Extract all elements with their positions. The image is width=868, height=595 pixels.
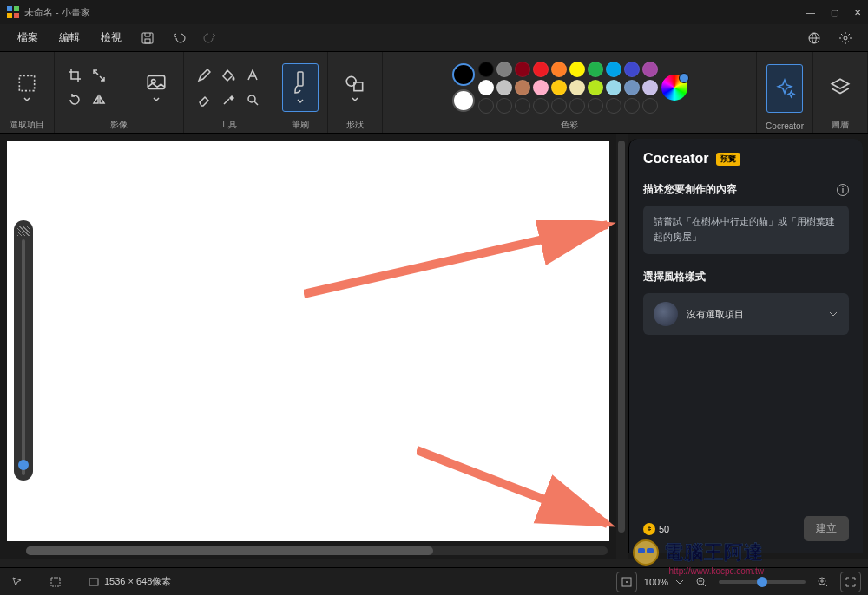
color-swatch-empty[interactable] bbox=[533, 98, 549, 114]
describe-label: 描述您要創作的內容 i bbox=[643, 182, 849, 197]
color-swatch[interactable] bbox=[515, 80, 530, 95]
panel-title: Cocreator預覽 bbox=[643, 151, 849, 167]
chevron-down-icon[interactable] bbox=[675, 578, 684, 586]
color-swatch[interactable] bbox=[606, 62, 621, 77]
pencil-tool[interactable] bbox=[193, 64, 215, 87]
brush-tool[interactable] bbox=[282, 63, 319, 112]
brush-size-slider[interactable] bbox=[14, 220, 33, 481]
vertical-scrollbar[interactable] bbox=[616, 134, 628, 559]
color-swatch-empty[interactable] bbox=[478, 98, 494, 114]
color-swatch-empty[interactable] bbox=[569, 98, 585, 114]
color-swatch[interactable] bbox=[624, 62, 640, 77]
ribbon-group-selection: 選取項目 bbox=[0, 52, 55, 133]
group-label: 形狀 bbox=[346, 119, 364, 131]
color-swatch[interactable] bbox=[478, 62, 494, 77]
color-swatch[interactable] bbox=[496, 62, 512, 77]
style-label: 選擇風格樣式 bbox=[643, 270, 849, 284]
undo-button[interactable] bbox=[165, 26, 193, 50]
menu-file[interactable]: 檔案 bbox=[9, 27, 47, 49]
menu-view[interactable]: 檢視 bbox=[92, 27, 130, 49]
chevron-down-icon bbox=[828, 309, 838, 319]
style-select[interactable]: 沒有選取項目 bbox=[643, 293, 849, 335]
image-tool[interactable] bbox=[138, 63, 174, 112]
svg-rect-12 bbox=[298, 72, 303, 86]
canvas[interactable] bbox=[7, 141, 609, 541]
flip-button[interactable] bbox=[88, 88, 110, 111]
maximize-button[interactable]: ▢ bbox=[831, 8, 838, 17]
watermark: 電腦王阿達 http://www.kocpc.com.tw bbox=[633, 539, 764, 566]
color-swatch-empty[interactable] bbox=[642, 98, 658, 114]
close-button[interactable]: ✕ bbox=[854, 8, 861, 17]
fullscreen-button[interactable] bbox=[840, 572, 861, 592]
color-swatch[interactable] bbox=[551, 62, 567, 77]
group-label: Cocreator bbox=[766, 121, 804, 131]
color-swatch-empty[interactable] bbox=[606, 98, 621, 114]
eraser-tool[interactable] bbox=[193, 88, 215, 111]
svg-rect-8 bbox=[19, 75, 34, 90]
ribbon-group-tools: 工具 bbox=[184, 52, 273, 133]
chevron-down-icon bbox=[153, 96, 160, 103]
primary-color[interactable] bbox=[452, 63, 475, 86]
color-swatch[interactable] bbox=[588, 80, 603, 95]
save-button[interactable] bbox=[134, 26, 161, 50]
color-picker-button[interactable] bbox=[661, 75, 687, 101]
zoom-in-button[interactable] bbox=[812, 572, 833, 592]
color-swatch[interactable] bbox=[551, 80, 567, 95]
color-swatch[interactable] bbox=[606, 80, 621, 95]
watermark-face-icon bbox=[633, 539, 659, 566]
color-swatch-empty[interactable] bbox=[496, 98, 512, 114]
magnifier-tool[interactable] bbox=[241, 88, 264, 111]
color-swatch[interactable] bbox=[642, 62, 658, 77]
color-swatch[interactable] bbox=[533, 80, 549, 95]
crop-button[interactable] bbox=[63, 64, 86, 87]
color-swatch[interactable] bbox=[569, 62, 585, 77]
canvas-area bbox=[0, 134, 616, 559]
settings-button[interactable] bbox=[832, 26, 859, 50]
eyedropper-tool[interactable] bbox=[217, 88, 240, 111]
color-swatch[interactable] bbox=[478, 80, 494, 95]
globe-icon[interactable] bbox=[800, 26, 828, 50]
color-swatch[interactable] bbox=[515, 62, 530, 77]
window-title: 未命名 - 小畫家 bbox=[7, 6, 90, 19]
resize-button[interactable] bbox=[88, 64, 110, 87]
color-swatch[interactable] bbox=[642, 80, 658, 95]
chevron-down-icon bbox=[23, 96, 30, 103]
generate-button[interactable]: 建立 bbox=[804, 516, 849, 541]
secondary-color[interactable] bbox=[452, 89, 475, 112]
svg-rect-0 bbox=[7, 6, 12, 11]
title-bar: 未命名 - 小畫家 — ▢ ✕ bbox=[0, 0, 868, 24]
shapes-tool[interactable] bbox=[337, 63, 373, 112]
fill-tool[interactable] bbox=[217, 64, 240, 87]
zoom-slider[interactable] bbox=[719, 580, 806, 584]
credits-count: ¢50 bbox=[643, 523, 669, 535]
color-swatch[interactable] bbox=[624, 80, 640, 95]
color-swatch-empty[interactable] bbox=[551, 98, 567, 114]
cocreator-button[interactable] bbox=[766, 64, 803, 113]
ribbon-group-cocreator: Cocreator bbox=[757, 52, 813, 133]
horizontal-scrollbar[interactable] bbox=[26, 546, 608, 555]
group-label: 筆刷 bbox=[292, 119, 309, 131]
fit-screen-button[interactable] bbox=[616, 572, 637, 592]
style-value: 沒有選取項目 bbox=[687, 308, 744, 321]
redo-button[interactable] bbox=[196, 26, 224, 50]
svg-rect-1 bbox=[14, 6, 19, 11]
select-tool[interactable] bbox=[9, 63, 45, 112]
ribbon-group-layers: 圖層 bbox=[813, 52, 868, 133]
color-swatch[interactable] bbox=[496, 80, 512, 95]
cocreator-panel: Cocreator預覽 描述您要創作的內容 i 請嘗試「在樹林中行走的貓」或「用… bbox=[628, 139, 863, 553]
layers-button[interactable] bbox=[822, 63, 858, 112]
color-swatch-empty[interactable] bbox=[624, 98, 640, 114]
color-swatch[interactable] bbox=[533, 62, 549, 77]
color-swatch[interactable] bbox=[569, 80, 585, 95]
group-label: 色彩 bbox=[561, 119, 578, 131]
info-icon[interactable]: i bbox=[837, 184, 849, 196]
minimize-button[interactable]: — bbox=[806, 8, 815, 17]
rotate-button[interactable] bbox=[63, 88, 86, 111]
text-tool[interactable] bbox=[241, 64, 264, 87]
ribbon: 選取項目 影像 工具 bbox=[0, 52, 868, 134]
menu-edit[interactable]: 編輯 bbox=[50, 27, 89, 49]
prompt-input[interactable]: 請嘗試「在樹林中行走的貓」或「用樹葉建起的房屋」 bbox=[643, 206, 849, 254]
color-swatch[interactable] bbox=[588, 62, 603, 77]
color-swatch-empty[interactable] bbox=[588, 98, 603, 114]
color-swatch-empty[interactable] bbox=[515, 98, 530, 114]
